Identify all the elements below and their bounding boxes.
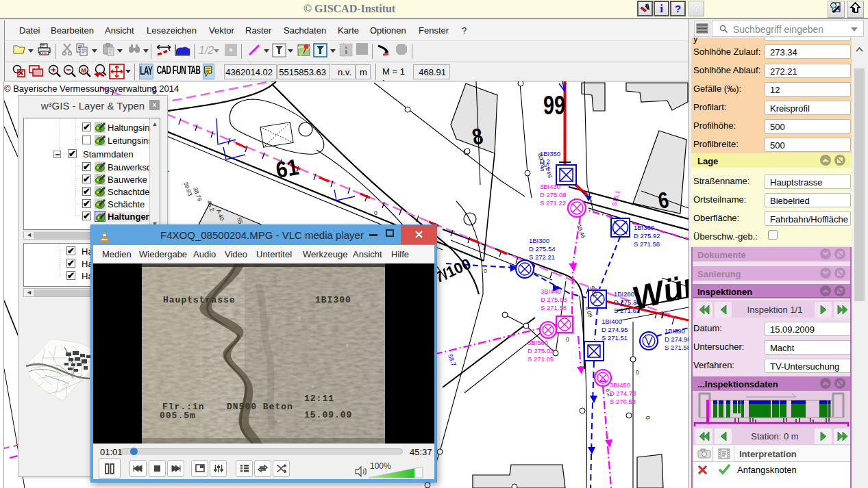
svg-text:S15,1: S15,1 xyxy=(610,190,621,207)
svg-text:D 275.54: D 275.54 xyxy=(529,245,556,253)
svg-text:S 270.53: S 270.53 xyxy=(610,398,636,405)
svg-text:0: 0 xyxy=(644,415,652,420)
svg-text:61: 61 xyxy=(274,154,301,183)
svg-text:D 274.98: D 274.98 xyxy=(665,335,689,343)
svg-text:D 274.73: D 274.73 xyxy=(610,389,636,397)
svg-text:1BI390: 1BI390 xyxy=(665,327,685,335)
svg-text:0: 0 xyxy=(636,369,639,376)
svg-text:M: M xyxy=(81,67,86,74)
svg-text:0: 0 xyxy=(484,268,487,274)
svg-text:1BI360: 1BI360 xyxy=(634,224,654,231)
svg-text:D 274.95: D 274.95 xyxy=(602,326,628,333)
svg-text:S 271.58: S 271.58 xyxy=(665,344,689,351)
svg-text:1BI300: 1BI300 xyxy=(315,295,351,305)
svg-text:D 275.03: D 275.03 xyxy=(541,296,567,303)
svg-text:58.7: 58.7 xyxy=(447,353,457,367)
svg-text:D 275.92: D 275.92 xyxy=(634,232,660,240)
svg-text:1BI400: 1BI400 xyxy=(602,318,622,325)
svg-text:S 271.22: S 271.22 xyxy=(540,199,566,207)
svg-text:Würz: Würz xyxy=(629,262,689,317)
svg-text:64.15: 64.15 xyxy=(543,163,554,179)
svg-text:0: 0 xyxy=(566,336,569,343)
svg-text:S 271.58: S 271.58 xyxy=(634,240,660,248)
svg-text:005.5m: 005.5m xyxy=(160,411,196,421)
svg-text:1BI300: 1BI300 xyxy=(529,237,549,244)
svg-text:S 271.51: S 271.51 xyxy=(602,334,628,342)
svg-text:S 271.58: S 271.58 xyxy=(541,304,567,311)
svg-text:3BI560: 3BI560 xyxy=(528,339,548,346)
svg-text:S 271.05: S 271.05 xyxy=(528,355,554,363)
svg-text:S 272.21: S 272.21 xyxy=(529,253,555,261)
svg-text:D 275.03: D 275.03 xyxy=(528,347,554,355)
svg-text:12:11: 12:11 xyxy=(304,394,334,404)
svg-text:0: 0 xyxy=(374,209,377,216)
svg-text:Hauptstrasse: Hauptstrasse xyxy=(163,295,236,305)
svg-text:15.09.09: 15.09.09 xyxy=(304,410,352,420)
svg-text:D 275.08: D 275.08 xyxy=(540,191,567,198)
svg-text:DN500 Beton: DN500 Beton xyxy=(227,402,293,412)
svg-text:99: 99 xyxy=(543,90,565,120)
svg-text:3BI440: 3BI440 xyxy=(541,287,561,295)
svg-text:3BI450: 3BI450 xyxy=(610,381,630,389)
svg-text:3BI430: 3BI430 xyxy=(540,183,560,190)
